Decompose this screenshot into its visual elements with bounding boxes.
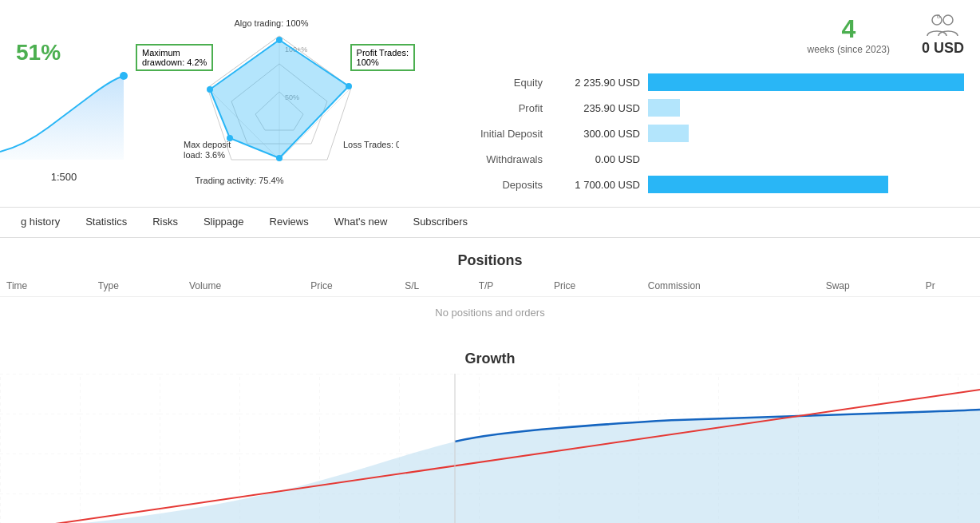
subscribers-block: 0 0 USD — [922, 12, 964, 57]
weeks-block: 4 weeks (since 2023) — [808, 14, 890, 55]
profit-value: 235.90 USD — [552, 102, 640, 114]
col-time: Time — [0, 275, 92, 297]
col-volume: Volume — [183, 275, 304, 297]
svg-text:load: 3.6%: load: 3.6% — [184, 150, 225, 160]
svg-point-21 — [207, 86, 213, 93]
svg-point-17 — [276, 37, 283, 43]
col-swap: Swap — [820, 275, 919, 297]
col-profit: Pr — [919, 275, 980, 297]
positions-table: Time Type Volume Price S/L T/P Price Com… — [0, 275, 980, 328]
svg-text:0: 0 — [937, 13, 941, 20]
initial-deposit-bar-container — [648, 125, 964, 142]
initial-deposit-value: 300.00 USD — [552, 128, 640, 140]
leverage-label: 1:500 — [51, 171, 77, 183]
svg-text:Algo trading: 100%: Algo trading: 100% — [235, 18, 309, 28]
growth-chart: Tradin — [0, 374, 980, 523]
radar-section: Maximum drawdown: 4.2% Profit Trades: 10… — [128, 0, 431, 207]
tab-slippage[interactable]: Slippage — [191, 208, 257, 237]
deposits-value: 1 700.00 USD — [552, 179, 640, 191]
initial-deposit-label: Initial Deposit — [447, 128, 543, 140]
subscribers-icon: 0 — [923, 12, 962, 40]
svg-point-0 — [120, 72, 128, 80]
svg-text:Loss Trades: 0%: Loss Trades: 0% — [343, 140, 399, 149]
drawdown-callout: Maximum drawdown: 4.2% — [136, 44, 213, 71]
equity-bar — [648, 73, 964, 91]
profit-label: Profit — [447, 102, 543, 114]
positions-table-body: No positions and orders — [0, 297, 980, 329]
svg-point-19 — [276, 155, 283, 161]
svg-point-18 — [346, 83, 352, 89]
weeks-label: weeks (since 2023) — [808, 44, 890, 55]
mini-chart — [0, 64, 128, 160]
tab-trading-history[interactable]: g history — [8, 208, 73, 237]
deposits-row: Deposits 1 700.00 USD — [447, 176, 964, 193]
profit-bar — [648, 99, 680, 117]
positions-table-header: Time Type Volume Price S/L T/P Price Com… — [0, 275, 980, 297]
withdrawals-row: Withdrawals 0.00 USD — [447, 150, 964, 168]
initial-deposit-bar — [648, 125, 689, 142]
nav-tabs: g history Statistics Risks Slippage Revi… — [0, 208, 980, 238]
tab-reviews[interactable]: Reviews — [257, 208, 322, 237]
no-data-message: No positions and orders — [0, 297, 980, 329]
equity-bar-container — [648, 73, 964, 91]
weeks-number: 4 — [841, 14, 856, 44]
left-chart-area: 51% 1:500 — [0, 0, 128, 207]
svg-point-23 — [943, 15, 953, 25]
withdrawals-value: 0.00 USD — [552, 153, 640, 165]
svg-text:Trading activity: 75.4%: Trading activity: 75.4% — [196, 176, 284, 185]
deposits-bar-container — [648, 176, 964, 193]
percent-label: 51% — [16, 40, 61, 65]
withdrawals-bar-container — [648, 150, 964, 168]
withdrawals-label: Withdrawals — [447, 153, 543, 165]
top-section: 51% 1:500 Maximum drawdown: 4.2% Profit … — [0, 0, 980, 208]
col-sl: S/L — [398, 275, 472, 297]
equity-label: Equity — [447, 77, 543, 89]
positions-title: Positions — [0, 252, 980, 269]
initial-deposit-row: Initial Deposit 300.00 USD — [447, 125, 964, 142]
equity-value: 2 235.90 USD — [552, 77, 640, 89]
stats-section: 4 weeks (since 2023) 0 0 USD Equity 2 23… — [431, 0, 980, 207]
radar-chart-svg: Algo trading: 100% Loss Trades: 0% Tradi… — [160, 12, 399, 196]
profit-trades-callout: Profit Trades: 100% — [350, 44, 415, 71]
col-price-open: Price — [304, 275, 398, 297]
growth-section: Growth Tradin — [0, 336, 980, 523]
growth-title: Growth — [0, 351, 980, 367]
profit-row: Profit 235.90 USD — [447, 99, 964, 117]
svg-text:Max deposit: Max deposit — [184, 140, 231, 149]
equity-row: Equity 2 235.90 USD — [447, 73, 964, 91]
profit-bar-container — [648, 99, 964, 117]
col-commission: Commission — [642, 275, 820, 297]
tab-statistics[interactable]: Statistics — [73, 208, 140, 237]
subscribers-usd: 0 USD — [922, 40, 964, 57]
no-data-row: No positions and orders — [0, 297, 980, 329]
col-type: Type — [92, 275, 183, 297]
deposits-label: Deposits — [447, 179, 543, 191]
tab-risks[interactable]: Risks — [140, 208, 191, 237]
col-price-current: Price — [547, 275, 642, 297]
top-right-info: 4 weeks (since 2023) 0 0 USD — [447, 12, 964, 57]
growth-chart-svg — [0, 374, 980, 523]
positions-section: Positions Time Type Volume Price S/L T/P… — [0, 238, 980, 336]
deposits-bar — [648, 176, 888, 193]
col-tp: T/P — [472, 275, 547, 297]
svg-point-20 — [227, 135, 233, 141]
tab-subscribers[interactable]: Subscribers — [400, 208, 480, 237]
tab-whats-new[interactable]: What's new — [322, 208, 401, 237]
